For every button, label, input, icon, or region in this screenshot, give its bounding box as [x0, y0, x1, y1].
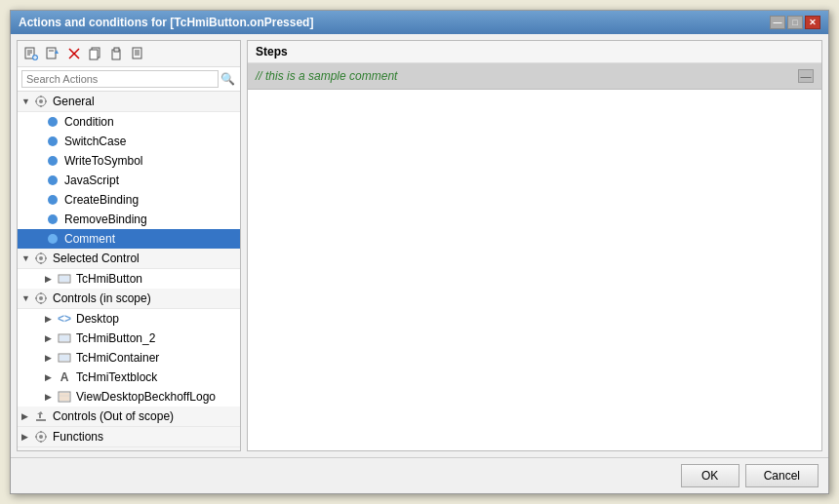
left-panel: 🔍 ▼ [17, 40, 241, 451]
tree-item-desktop[interactable]: ▶ <> Desktop [18, 309, 240, 329]
removebinding-label: RemoveBinding [64, 213, 147, 226]
tchmibutton2-icon [57, 330, 72, 346]
ok-button[interactable]: OK [681, 464, 739, 487]
selected-control-label: Selected Control [53, 252, 140, 265]
tree-item-tchmibutton2[interactable]: ▶ TcHmiButton_2 [18, 329, 240, 348]
search-input[interactable] [21, 70, 219, 88]
main-dialog: Actions and conditions for [TcHmiButton.… [10, 10, 829, 494]
controls-in-scope-expand-icon: ▼ [21, 293, 33, 303]
new-action-btn[interactable] [21, 44, 41, 63]
toolbar [18, 41, 240, 67]
selected-control-icon [33, 251, 49, 266]
tchmibutton-expand-icon: ▶ [45, 274, 57, 284]
controls-in-scope-icon [33, 291, 49, 306]
svg-point-21 [39, 99, 43, 103]
tree-item-tchmicontainer[interactable]: ▶ TcHmiContainer [18, 348, 240, 368]
tree-item-removebinding[interactable]: RemoveBinding [18, 210, 240, 229]
tree-item-tchmibutton[interactable]: ▶ TcHmiButton [18, 269, 240, 289]
tchmitextblock-expand-icon: ▶ [45, 372, 57, 382]
controls-out-scope-expand-icon: ▶ [21, 411, 33, 421]
comment-icon [45, 231, 60, 247]
tree-item-viewdesktopbeckhofflogo[interactable]: ▶ ViewDesktopBeckhoffLogo [18, 387, 240, 407]
svg-rect-45 [60, 393, 69, 401]
tree-item-tchmitextblock[interactable]: ▶ A TcHmiTextblock [18, 368, 240, 387]
main-area: 🔍 ▼ [11, 34, 828, 457]
controls-out-scope-icon [33, 408, 49, 424]
desktop-expand-icon: ▶ [45, 314, 57, 324]
tchmitextblock-label: TcHmiTextblock [76, 370, 157, 384]
cancel-button[interactable]: Cancel [745, 464, 819, 487]
svg-rect-43 [60, 355, 69, 361]
action-templates-icon [33, 449, 49, 450]
desktop-icon: <> [57, 311, 72, 327]
tchmitextblock-icon: A [57, 369, 72, 385]
bottom-bar: OK Cancel [11, 457, 828, 493]
tree-item-createbinding[interactable]: CreateBinding [18, 190, 240, 210]
tree-item-comment[interactable]: Comment [18, 229, 240, 249]
search-box: 🔍 [18, 67, 240, 92]
tree-item-condition[interactable]: Condition [18, 112, 240, 132]
writetosymbol-icon [45, 153, 60, 169]
createbinding-icon [45, 192, 60, 208]
section-selected-control[interactable]: ▼ Selected Control [18, 249, 240, 269]
move-up-btn[interactable] [43, 44, 62, 63]
viewdesktopbeckhofflogo-icon [57, 389, 72, 405]
title-bar: Actions and conditions for [TcHmiButton.… [11, 11, 828, 34]
section-action-templates[interactable]: ▶ Action-Templates [18, 447, 240, 450]
section-controls-in-scope[interactable]: ▼ Controls (in scope) [18, 289, 240, 309]
tchmibutton2-expand-icon: ▶ [45, 333, 57, 343]
viewdesktopbeckhofflogo-label: ViewDesktopBeckhoffLogo [76, 390, 216, 404]
tree-item-switchcase[interactable]: SwitchCase [18, 132, 240, 151]
general-expand-icon: ▼ [21, 97, 33, 106]
copy-btn[interactable] [86, 44, 105, 63]
comment-label: Comment [64, 232, 115, 246]
controls-in-scope-label: Controls (in scope) [53, 291, 151, 305]
close-btn[interactable]: ✕ [805, 16, 820, 29]
functions-expand-icon: ▶ [21, 432, 33, 442]
section-general[interactable]: ▼ General [18, 92, 240, 112]
minimize-btn[interactable]: — [770, 16, 785, 29]
javascript-label: JavaScript [64, 174, 119, 187]
tree-item-writetosymbol[interactable]: WriteToSymbol [18, 151, 240, 171]
svg-rect-13 [90, 50, 98, 59]
general-label: General [53, 95, 95, 108]
svg-point-27 [39, 256, 43, 260]
condition-label: Condition [64, 115, 114, 129]
tree-area: ▼ General [18, 92, 240, 450]
removebinding-icon [45, 212, 60, 227]
svg-rect-7 [47, 48, 56, 58]
step-text: // this is a sample comment [256, 69, 397, 83]
switchcase-label: SwitchCase [64, 135, 126, 148]
dialog-title: Actions and conditions for [TcHmiButton.… [19, 16, 313, 29]
condition-icon [45, 114, 60, 130]
javascript-icon [45, 173, 60, 188]
section-controls-out-scope[interactable]: ▶ Controls (Out of scope) [18, 407, 240, 427]
tchmibutton-label: TcHmiButton [76, 272, 142, 286]
step-minus-btn[interactable]: — [798, 69, 814, 83]
delete-btn[interactable] [64, 44, 84, 63]
createbinding-label: CreateBinding [64, 193, 139, 207]
general-icon [33, 94, 49, 109]
svg-point-35 [39, 296, 43, 300]
tchmibutton-icon [57, 271, 72, 287]
tchmicontainer-expand-icon: ▶ [45, 353, 57, 363]
step-row: // this is a sample comment — [248, 63, 821, 90]
functions-label: Functions [53, 430, 103, 444]
steps-content: // this is a sample comment — [248, 63, 821, 450]
svg-rect-15 [114, 48, 119, 52]
tchmibutton2-label: TcHmiButton_2 [76, 331, 155, 345]
switchcase-icon [45, 134, 60, 149]
selected-control-expand-icon: ▼ [21, 253, 33, 263]
section-functions[interactable]: ▶ Functions [18, 427, 240, 447]
desktop-label: Desktop [76, 312, 119, 326]
tchmicontainer-icon [57, 350, 72, 366]
maximize-btn[interactable]: □ [787, 16, 803, 29]
search-button[interactable]: 🔍 [219, 70, 236, 88]
svg-rect-47 [36, 419, 46, 421]
functions-icon [33, 429, 49, 445]
paste-btn[interactable] [107, 44, 127, 63]
dialog-content: 🔍 ▼ [11, 34, 828, 493]
tree-item-javascript[interactable]: JavaScript [18, 171, 240, 190]
right-panel: Steps // this is a sample comment — [247, 40, 822, 451]
more-btn[interactable] [129, 44, 148, 63]
